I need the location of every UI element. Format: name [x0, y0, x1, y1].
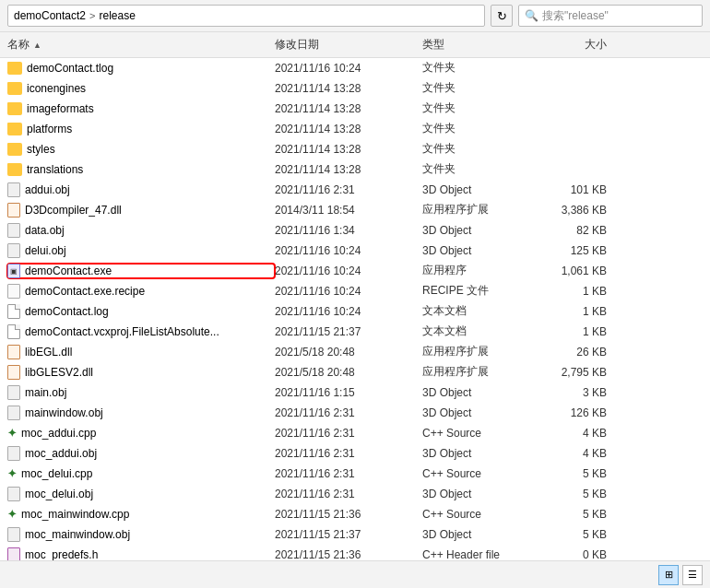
- file-type-cell: C++ Source: [422, 427, 533, 440]
- table-row[interactable]: data.obj2021/11/16 1:343D Object82 KB: [0, 220, 710, 241]
- file-type-cell: 应用程序扩展: [422, 364, 533, 380]
- table-row[interactable]: demoContact.exe.recipe2021/11/16 10:24RE…: [0, 281, 710, 301]
- view-button-grid[interactable]: ⊞: [658, 565, 679, 585]
- file-name-cell: demoContact.exe.recipe: [7, 284, 275, 299]
- file-type-cell: 3D Object: [422, 224, 533, 237]
- table-row[interactable]: demoContact.tlog2021/11/16 10:24文件夹: [0, 58, 710, 78]
- file-size-cell: 5 KB: [533, 488, 607, 500]
- table-row[interactable]: ✦moc_delui.cpp2021/11/16 2:31C++ Source5…: [0, 464, 710, 484]
- breadcrumb-separator: >: [89, 10, 95, 21]
- table-row[interactable]: styles2021/11/14 13:28文件夹: [0, 139, 710, 159]
- file-name-text: main.obj: [25, 386, 66, 399]
- file-name-text: moc_delui.cpp: [21, 467, 92, 480]
- file-name-cell: styles: [7, 143, 275, 156]
- file-name-text: mainwindow.obj: [25, 406, 103, 419]
- file-type-cell: 3D Object: [422, 528, 533, 541]
- file-date-cell: 2021/11/14 13:28: [275, 143, 422, 156]
- file-name-cell: demoContact.log: [7, 304, 275, 319]
- file-size-cell: 3 KB: [533, 386, 607, 399]
- status-bar: ⊞ ☰: [0, 560, 710, 588]
- obj-icon: [7, 406, 20, 420]
- file-type-cell: 3D Object: [422, 488, 533, 500]
- file-size-cell: 0 KB: [533, 548, 607, 561]
- file-size-cell: 82 KB: [533, 224, 607, 237]
- file-name-text: D3Dcompiler_47.dll: [25, 204, 122, 217]
- table-row[interactable]: ✦moc_mainwindow.cpp2021/11/15 21:36C++ S…: [0, 504, 710, 524]
- file-date-cell: 2021/11/16 2:31: [275, 406, 422, 419]
- col-name-header[interactable]: 名称 ▲: [7, 37, 275, 53]
- file-name-text: demoContact.exe: [25, 265, 112, 277]
- table-row[interactable]: libGLESV2.dll2021/5/18 20:48应用程序扩展2,795 …: [0, 362, 710, 382]
- file-name-cell: main.obj: [7, 385, 275, 400]
- col-size-header[interactable]: 大小: [533, 37, 607, 53]
- file-type-cell: 文本文档: [422, 303, 533, 319]
- file-date-cell: 2021/11/16 10:24: [275, 265, 422, 277]
- file-name-text: imageformats: [27, 102, 94, 115]
- file-name-text: translations: [27, 163, 83, 176]
- file-name-cell: demoContact.tlog: [7, 62, 275, 75]
- file-icon: [7, 304, 20, 319]
- table-row[interactable]: mainwindow.obj2021/11/16 2:313D Object12…: [0, 403, 710, 423]
- table-row[interactable]: moc_delui.obj2021/11/16 2:313D Object5 K…: [0, 484, 710, 504]
- table-row[interactable]: D3Dcompiler_47.dll2014/3/11 18:54应用程序扩展3…: [0, 200, 710, 220]
- table-row[interactable]: demoContact.vcxproj.FileListAbsolute...2…: [0, 322, 710, 342]
- file-type-cell: C++ Source: [422, 467, 533, 480]
- table-row[interactable]: delui.obj2021/11/16 10:243D Object125 KB: [0, 241, 710, 261]
- file-name-cell: ✦moc_mainwindow.cpp: [7, 508, 275, 521]
- file-type-cell: 3D Object: [422, 183, 533, 196]
- view-button-list[interactable]: ☰: [682, 565, 703, 585]
- breadcrumb[interactable]: demoContact2 > release: [7, 5, 485, 27]
- file-date-cell: 2021/11/16 10:24: [275, 244, 422, 257]
- file-name-text: addui.obj: [25, 183, 70, 196]
- file-date-cell: 2021/11/16 2:31: [275, 467, 422, 480]
- table-row[interactable]: ✦moc_addui.cpp2021/11/16 2:31C++ Source4…: [0, 423, 710, 443]
- file-size-cell: 1 KB: [533, 325, 607, 338]
- table-row[interactable]: libEGL.dll2021/5/18 20:48应用程序扩展26 KB: [0, 342, 710, 362]
- file-date-cell: 2021/11/15 21:36: [275, 508, 422, 521]
- file-type-cell: 文件夹: [422, 141, 533, 157]
- file-type-cell: 文件夹: [422, 121, 533, 136]
- file-name-text: demoContact.vcxproj.FileListAbsolute...: [25, 325, 219, 338]
- table-row[interactable]: iconengines2021/11/14 13:28文件夹: [0, 78, 710, 99]
- table-row[interactable]: imageformats2021/11/14 13:28文件夹: [0, 99, 710, 119]
- file-icon: [7, 324, 20, 339]
- table-row[interactable]: addui.obj2021/11/16 2:313D Object101 KB: [0, 180, 710, 200]
- obj-icon: [7, 243, 20, 258]
- table-row[interactable]: main.obj2021/11/16 1:153D Object3 KB: [0, 382, 710, 403]
- file-name-text: moc_mainwindow.obj: [25, 528, 130, 541]
- file-type-cell: 文件夹: [422, 60, 533, 76]
- dll-icon: [7, 345, 20, 359]
- col-type-header[interactable]: 类型: [422, 37, 533, 53]
- table-row[interactable]: platforms2021/11/14 13:28文件夹: [0, 119, 710, 139]
- file-size-cell: 4 KB: [533, 447, 607, 460]
- file-name-text: moc_predefs.h: [25, 548, 98, 561]
- file-type-cell: 3D Object: [422, 406, 533, 419]
- file-type-cell: 3D Object: [422, 447, 533, 460]
- file-size-cell: 1 KB: [533, 285, 607, 298]
- search-icon: 🔍: [525, 9, 538, 22]
- file-name-text: demoContact.exe.recipe: [25, 285, 145, 298]
- refresh-button[interactable]: ↻: [491, 5, 513, 27]
- file-size-cell: 5 KB: [533, 467, 607, 480]
- header-icon: [7, 547, 20, 561]
- file-name-text: platforms: [27, 123, 72, 135]
- folder-icon: [7, 163, 22, 176]
- file-name-cell: moc_delui.obj: [7, 487, 275, 501]
- file-name-cell: translations: [7, 163, 275, 176]
- table-row[interactable]: translations2021/11/14 13:28文件夹: [0, 159, 710, 180]
- table-row[interactable]: moc_predefs.h2021/11/15 21:36C++ Header …: [0, 545, 710, 560]
- table-row[interactable]: moc_mainwindow.obj2021/11/15 21:373D Obj…: [0, 524, 710, 545]
- search-box[interactable]: 🔍 搜索"release": [518, 5, 703, 27]
- col-date-header[interactable]: 修改日期: [275, 37, 422, 53]
- table-row[interactable]: ▣demoContact.exe2021/11/16 10:24应用程序1,06…: [0, 261, 710, 281]
- folder-icon: [7, 102, 22, 115]
- table-row[interactable]: demoContact.log2021/11/16 10:24文本文档1 KB: [0, 301, 710, 322]
- file-size-cell: 2,795 KB: [533, 366, 607, 379]
- file-name-cell: moc_addui.obj: [7, 446, 275, 461]
- breadcrumb-parent: demoContact2: [14, 9, 86, 22]
- file-name-text: moc_addui.cpp: [21, 427, 96, 440]
- exe-icon: ▣: [7, 264, 20, 278]
- folder-icon: [7, 123, 22, 135]
- file-name-cell: imageformats: [7, 102, 275, 115]
- table-row[interactable]: moc_addui.obj2021/11/16 2:313D Object4 K…: [0, 443, 710, 464]
